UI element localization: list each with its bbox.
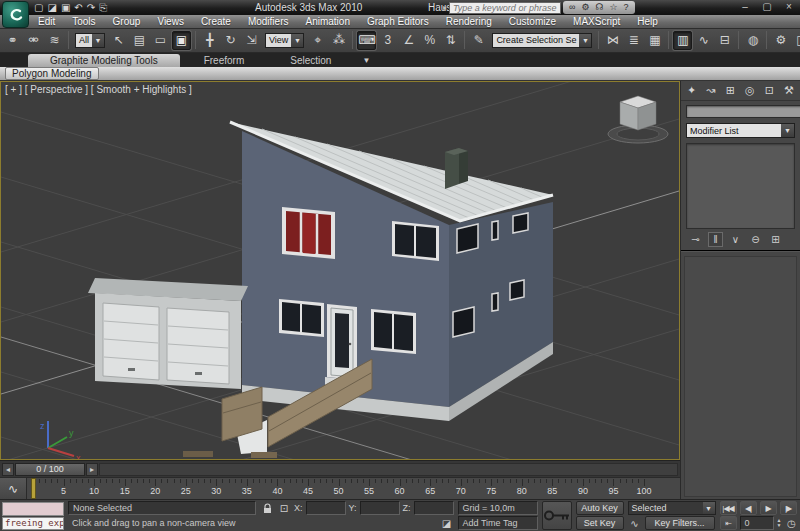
menu-item-customize[interactable]: Customize bbox=[509, 16, 556, 27]
y-coordinate-field[interactable] bbox=[360, 501, 400, 515]
remove-modifier-icon[interactable]: ⊖ bbox=[748, 232, 763, 247]
menu-item-modifiers[interactable]: Modifiers bbox=[248, 16, 289, 27]
utilities-tab-icon[interactable]: ⚒ bbox=[784, 84, 794, 97]
menu-item-animation[interactable]: Animation bbox=[305, 16, 349, 27]
material-editor-icon[interactable]: ◍ bbox=[743, 31, 762, 50]
select-by-name-icon[interactable]: ▤ bbox=[130, 31, 149, 50]
rectangular-selection-region-icon[interactable]: ▭ bbox=[151, 31, 170, 50]
spinner-snap-icon[interactable]: ⇅ bbox=[441, 31, 460, 50]
reference-coordinate-system-dropdown[interactable]: View▼ bbox=[265, 33, 304, 48]
hierarchy-tab-icon[interactable]: ⊞ bbox=[726, 84, 735, 97]
open-file-icon[interactable]: ◪ bbox=[47, 2, 56, 14]
mirror-icon[interactable]: ⋈ bbox=[603, 31, 622, 50]
menu-item-group[interactable]: Group bbox=[113, 16, 141, 27]
perspective-viewport[interactable]: z y x [ + ] [ Perspective ] [ Smooth + H… bbox=[0, 81, 680, 460]
z-coordinate-field[interactable] bbox=[414, 501, 454, 515]
play-button[interactable]: ▶ bbox=[760, 501, 777, 515]
set-keys-button[interactable] bbox=[542, 501, 572, 530]
track-bar-ruler[interactable]: 5101520253035404550556065707580859095100 bbox=[27, 478, 680, 499]
ribbon-tab-selection[interactable]: Selection bbox=[268, 54, 353, 67]
window-crossing-toggle-icon[interactable]: ▣ bbox=[172, 31, 191, 50]
ribbon-tab-freeform[interactable]: Freeform bbox=[182, 54, 267, 67]
time-slider-back-arrow[interactable]: ◂ bbox=[2, 463, 14, 476]
default-in-out-tangents-icon[interactable]: ∿ bbox=[628, 516, 642, 530]
add-time-tag[interactable]: Add Time Tag bbox=[458, 516, 538, 530]
align-icon[interactable]: ≣ bbox=[624, 31, 643, 50]
current-frame-field[interactable]: 0 bbox=[740, 516, 774, 530]
rendered-frame-window-icon[interactable]: ◫ bbox=[792, 31, 800, 50]
garage[interactable] bbox=[88, 278, 248, 389]
angle-snap-icon[interactable]: ∠ bbox=[399, 31, 418, 50]
modifier-list-dropdown[interactable]: Modifier List ▼ bbox=[686, 123, 795, 138]
maximize-button[interactable]: ▢ bbox=[760, 0, 774, 14]
select-and-move-icon[interactable]: ╋ bbox=[200, 31, 219, 50]
configure-modifier-sets-icon[interactable]: ⊞ bbox=[768, 232, 783, 247]
edit-named-selection-sets-icon[interactable]: ✎ bbox=[469, 31, 488, 50]
motion-tab-icon[interactable]: ◎ bbox=[745, 84, 755, 97]
next-frame-button[interactable]: |▶ bbox=[780, 501, 797, 515]
make-unique-icon[interactable]: ∨ bbox=[728, 232, 743, 247]
menu-item-graph-editors[interactable]: Graph Editors bbox=[367, 16, 429, 27]
maxscript-listener-pane[interactable]: freeing expo bbox=[2, 517, 64, 530]
favorites-star-icon[interactable]: ☆ bbox=[610, 1, 618, 14]
redo-icon[interactable]: ↷ bbox=[87, 2, 95, 14]
subscription-center-icon[interactable]: ⚙ bbox=[581, 1, 589, 14]
menu-item-views[interactable]: Views bbox=[157, 16, 184, 27]
frame-spinner[interactable]: ▲▼ bbox=[777, 518, 782, 528]
search-binoculars-icon[interactable]: ∞ bbox=[569, 1, 575, 14]
select-and-rotate-icon[interactable]: ↻ bbox=[221, 31, 240, 50]
named-selection-sets-dropdown[interactable]: Create Selection Se▼ bbox=[492, 33, 592, 48]
object-name-field[interactable] bbox=[686, 105, 800, 118]
select-and-scale-icon[interactable]: ⇲ bbox=[242, 31, 261, 50]
percent-snap-icon[interactable]: % bbox=[420, 31, 439, 50]
minimize-button[interactable]: – bbox=[738, 0, 752, 14]
current-frame-marker[interactable] bbox=[31, 478, 36, 499]
house-model[interactable] bbox=[230, 122, 553, 421]
undo-icon[interactable]: ↶ bbox=[74, 2, 82, 14]
search-input[interactable] bbox=[449, 2, 561, 14]
communication-center-icon[interactable]: ☊ bbox=[596, 1, 604, 14]
use-pivot-point-center-icon[interactable]: ⌖ bbox=[308, 31, 327, 50]
selection-filter-dropdown[interactable]: All▼ bbox=[75, 33, 105, 48]
mini-curve-editor-button[interactable]: ∿ bbox=[0, 478, 27, 499]
create-tab-icon[interactable]: ✦ bbox=[687, 84, 696, 97]
modifier-stack-list[interactable] bbox=[686, 143, 795, 229]
ribbon-overflow-icon[interactable]: ▼ bbox=[355, 56, 377, 67]
bind-to-space-warp-icon[interactable]: ≋ bbox=[45, 31, 64, 50]
selection-lock-icon[interactable] bbox=[260, 501, 274, 515]
select-and-manipulate-icon[interactable]: ⁂ bbox=[329, 31, 348, 50]
project-folder-icon[interactable]: ⎘ bbox=[99, 2, 107, 14]
pin-stack-icon[interactable]: ⊸ bbox=[688, 232, 703, 247]
key-mode-toggle[interactable]: ⇤ bbox=[720, 516, 737, 530]
time-slider-track[interactable] bbox=[99, 463, 678, 476]
menu-item-maxscript[interactable]: MAXScript bbox=[573, 16, 620, 27]
curve-editor-icon[interactable]: ∿ bbox=[694, 31, 713, 50]
application-button[interactable] bbox=[2, 1, 29, 28]
display-tab-icon[interactable]: ⊡ bbox=[765, 84, 774, 97]
layer-manager-icon[interactable]: ▦ bbox=[645, 31, 664, 50]
polygon-modeling-panel-button[interactable]: Polygon Modeling bbox=[5, 67, 99, 80]
maxscript-macro-recorder-pane[interactable] bbox=[2, 502, 64, 516]
menu-item-edit[interactable]: Edit bbox=[38, 16, 55, 27]
menu-item-create[interactable]: Create bbox=[201, 16, 231, 27]
menu-item-help[interactable]: Help bbox=[637, 16, 658, 27]
snaps-toggle-icon[interactable]: 3 bbox=[378, 31, 397, 50]
selection-set-dropdown[interactable]: Selected ▼ bbox=[628, 501, 716, 515]
select-and-link-icon[interactable]: ⚭ bbox=[3, 31, 22, 50]
new-scene-icon[interactable]: ▢ bbox=[34, 2, 43, 14]
close-button[interactable]: × bbox=[782, 0, 796, 14]
x-coordinate-field[interactable] bbox=[306, 501, 346, 515]
unlink-selection-icon[interactable]: ⚮ bbox=[24, 31, 43, 50]
key-filters-button[interactable]: Key Filters... bbox=[645, 516, 715, 530]
select-object-icon[interactable]: ↖ bbox=[109, 31, 128, 50]
modify-tab-icon[interactable]: ↝ bbox=[706, 84, 715, 97]
absolute-offset-mode-icon[interactable]: ⊡ bbox=[277, 501, 291, 515]
search-flyout-icon[interactable]: ▸ bbox=[443, 3, 447, 12]
save-file-icon[interactable]: ▣ bbox=[61, 2, 70, 14]
render-setup-icon[interactable]: ⚙ bbox=[771, 31, 790, 50]
time-slider-handle[interactable]: 0 / 100 bbox=[15, 463, 85, 476]
go-to-start-button[interactable]: |◀◀ bbox=[720, 501, 737, 515]
time-slider-forward-arrow[interactable]: ▸ bbox=[86, 463, 98, 476]
previous-frame-button[interactable]: ◀| bbox=[740, 501, 757, 515]
show-end-result-icon[interactable]: ‖ bbox=[708, 232, 723, 247]
